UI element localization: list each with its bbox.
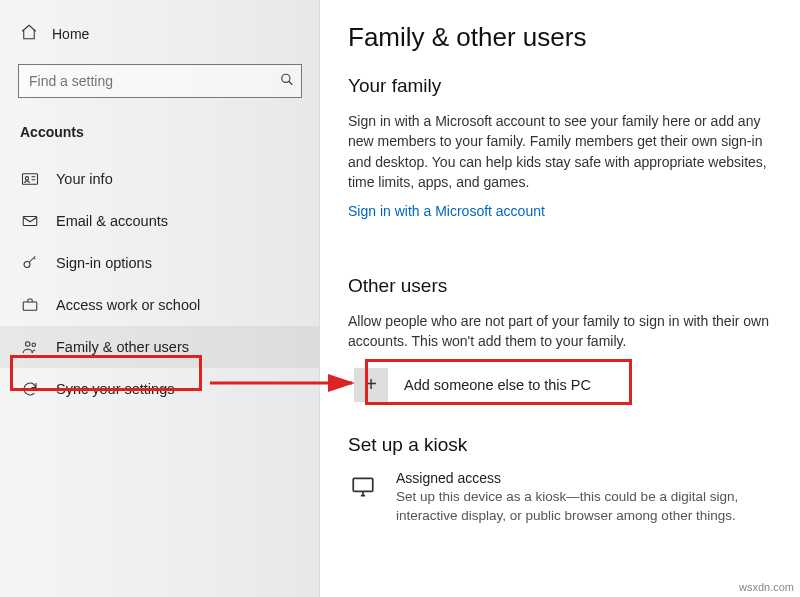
other-users-section: Other users Allow people who are not par… [348, 275, 770, 408]
sidebar-item-email-accounts[interactable]: Email & accounts [0, 200, 320, 242]
svg-point-3 [25, 177, 28, 180]
sidebar-nav: Your info Email & accounts Sign-in optio… [0, 148, 320, 410]
mail-icon [20, 212, 40, 230]
svg-line-1 [289, 81, 293, 85]
watermark: wsxdn.com [739, 581, 794, 593]
svg-point-7 [24, 262, 30, 268]
person-card-icon [20, 170, 40, 188]
kiosk-text: Assigned access Set up this device as a … [396, 470, 770, 526]
home-button[interactable]: Home [0, 18, 320, 50]
svg-point-0 [282, 74, 290, 82]
monitor-icon [348, 470, 378, 526]
sidebar-item-family-other-users[interactable]: Family & other users [0, 326, 320, 368]
search-container [18, 64, 302, 98]
your-family-body: Sign in with a Microsoft account to see … [348, 111, 770, 192]
assigned-access-desc: Set up this device as a kiosk—this could… [396, 488, 770, 526]
add-someone-button[interactable]: + Add someone else to this PC [348, 362, 770, 408]
content-area: Family & other users Your family Sign in… [320, 0, 800, 597]
key-icon [20, 254, 40, 272]
svg-rect-6 [23, 217, 37, 226]
sidebar-item-label: Family & other users [56, 339, 189, 355]
other-users-body: Allow people who are not part of your fa… [348, 311, 770, 352]
sidebar-item-label: Sign-in options [56, 255, 152, 271]
other-users-heading: Other users [348, 275, 770, 297]
sidebar-item-signin-options[interactable]: Sign-in options [0, 242, 320, 284]
home-icon [20, 23, 38, 45]
your-family-section: Your family Sign in with a Microsoft acc… [348, 75, 770, 249]
sync-icon [20, 380, 40, 398]
page-title: Family & other users [348, 22, 770, 53]
sidebar-item-label: Your info [56, 171, 113, 187]
kiosk-heading: Set up a kiosk [348, 434, 770, 456]
svg-point-9 [26, 342, 31, 347]
sidebar-item-sync-settings[interactable]: Sync your settings [0, 368, 320, 410]
assigned-access-button[interactable]: Assigned access Set up this device as a … [348, 470, 770, 526]
sidebar-item-your-info[interactable]: Your info [0, 158, 320, 200]
svg-rect-8 [23, 302, 37, 310]
people-icon [20, 338, 40, 356]
svg-point-10 [32, 343, 35, 346]
sidebar-item-access-work-school[interactable]: Access work or school [0, 284, 320, 326]
svg-rect-11 [353, 478, 373, 491]
sidebar-section-title: Accounts [0, 102, 320, 148]
home-label: Home [52, 26, 89, 42]
search-icon [280, 73, 294, 90]
sidebar-item-label: Sync your settings [56, 381, 174, 397]
search-input[interactable] [18, 64, 302, 98]
plus-icon: + [354, 368, 388, 402]
sidebar-item-label: Access work or school [56, 297, 200, 313]
settings-sidebar: Home Accounts Your info Email & accounts… [0, 0, 320, 597]
your-family-heading: Your family [348, 75, 770, 97]
sidebar-item-label: Email & accounts [56, 213, 168, 229]
kiosk-section: Set up a kiosk Assigned access Set up th… [348, 434, 770, 526]
add-someone-label: Add someone else to this PC [404, 377, 591, 393]
sign-in-microsoft-link[interactable]: Sign in with a Microsoft account [348, 203, 545, 219]
briefcase-icon [20, 296, 40, 314]
assigned-access-title: Assigned access [396, 470, 770, 486]
